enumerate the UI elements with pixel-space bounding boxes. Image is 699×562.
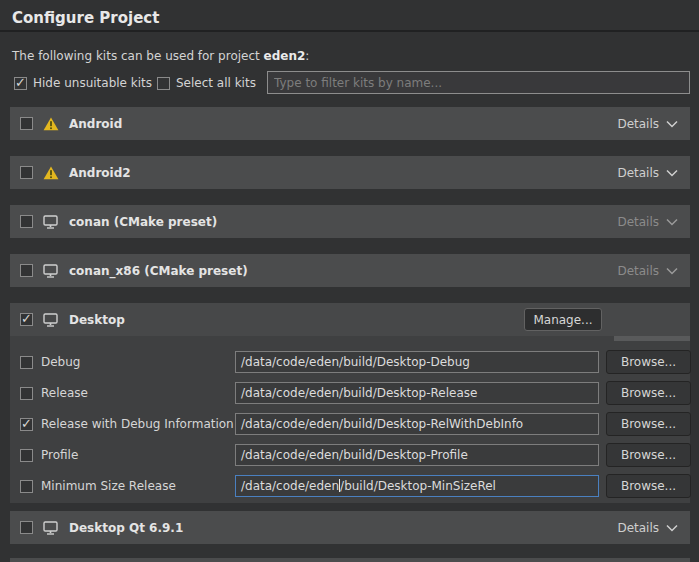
- project-name: eden2: [264, 49, 306, 63]
- build-config-row-profile: Profile /data/code/eden/build/Desktop-Pr…: [10, 444, 690, 466]
- select-all-kits-checkbox[interactable]: Select all kits: [157, 76, 256, 90]
- kit-checkbox[interactable]: [20, 215, 33, 228]
- config-checkbox[interactable]: [20, 418, 33, 431]
- desktop-monitor-icon: [43, 215, 59, 229]
- build-dir-input-debug[interactable]: /data/code/eden/build/Desktop-Debug: [235, 351, 599, 373]
- intro-prefix: The following kits can be used for proje…: [12, 49, 264, 63]
- details-label: Details: [617, 521, 659, 535]
- kit-name: Desktop Qt 6.9.1: [69, 521, 183, 535]
- kit-row-conan-x86[interactable]: conan_x86 (CMake preset) Details: [10, 254, 690, 287]
- hide-unsuitable-kits-label: Hide unsuitable kits: [33, 76, 152, 90]
- details-button[interactable]: Details: [617, 215, 690, 229]
- config-checkbox-group[interactable]: Debug: [20, 351, 80, 373]
- build-config-row-relwithdebinfo: Release with Debug Information /data/cod…: [10, 413, 690, 435]
- kit-checkbox[interactable]: [20, 521, 33, 534]
- details-label: Details: [617, 215, 659, 229]
- kit-checkbox[interactable]: [20, 117, 33, 130]
- details-label: Details: [617, 117, 659, 131]
- config-label: Debug: [41, 355, 80, 369]
- filter-bar: Hide unsuitable kits Select all kits: [14, 76, 689, 98]
- kit-row-conan[interactable]: conan (CMake preset) Details: [10, 205, 690, 238]
- details-button[interactable]: Details: [617, 264, 690, 278]
- config-checkbox-group[interactable]: Minimum Size Release: [20, 475, 176, 497]
- path-text: /data/code/eden/build/Desktop-Release: [241, 386, 477, 400]
- details-label: Details: [617, 166, 659, 180]
- browse-button[interactable]: Browse...: [606, 474, 691, 498]
- checkbox-icon[interactable]: [14, 77, 27, 90]
- config-checkbox[interactable]: [20, 356, 33, 369]
- config-label: Release: [41, 386, 88, 400]
- config-checkbox[interactable]: [20, 449, 33, 462]
- manage-kits-button[interactable]: Manage...: [524, 308, 602, 331]
- kit-filter-input[interactable]: [267, 71, 690, 94]
- chevron-down-icon: [666, 218, 678, 226]
- browse-button[interactable]: Browse...: [606, 443, 691, 467]
- config-checkbox[interactable]: [20, 387, 33, 400]
- intro-text: The following kits can be used for proje…: [12, 49, 309, 63]
- kit-checkbox[interactable]: [20, 166, 33, 179]
- warning-icon: [43, 117, 59, 131]
- configure-project-page: Configure Project The following kits can…: [0, 0, 699, 562]
- config-checkbox-group[interactable]: Release: [20, 382, 88, 404]
- kit-name: Android: [69, 117, 122, 131]
- config-checkbox[interactable]: [20, 480, 33, 493]
- build-dir-input-profile[interactable]: /data/code/eden/build/Desktop-Profile: [235, 444, 599, 466]
- path-text: /data/code/eden/build/Desktop-Profile: [241, 448, 468, 462]
- config-label: Minimum Size Release: [41, 479, 176, 493]
- checkbox-icon[interactable]: [157, 77, 170, 90]
- chevron-down-icon: [666, 524, 678, 532]
- desktop-monitor-icon: [43, 521, 59, 535]
- kit-name: conan_x86 (CMake preset): [69, 264, 248, 278]
- chevron-down-icon: [666, 169, 678, 177]
- path-text-before-caret: /data/code/eden: [241, 479, 339, 493]
- hide-unsuitable-kits-checkbox[interactable]: Hide unsuitable kits: [14, 76, 152, 90]
- details-label: Details: [617, 264, 659, 278]
- kit-row-android2[interactable]: Android2 Details: [10, 156, 690, 189]
- build-dir-input-relwithdebinfo[interactable]: /data/code/eden/build/Desktop-RelWithDeb…: [235, 413, 599, 435]
- build-dir-input-release[interactable]: /data/code/eden/build/Desktop-Release: [235, 382, 599, 404]
- kit-row-desktop-qt[interactable]: Desktop Qt 6.9.1 Details: [10, 511, 690, 544]
- details-button[interactable]: Details: [617, 521, 690, 535]
- kit-name: Android2: [69, 166, 131, 180]
- warning-icon: [43, 166, 59, 180]
- path-text-after-caret: /build/Desktop-MinSizeRel: [340, 479, 496, 493]
- build-config-row-release: Release /data/code/eden/build/Desktop-Re…: [10, 382, 690, 404]
- page-title: Configure Project: [12, 9, 159, 27]
- kit-section-desktop: Details Desktop Manage... Debug /data/co…: [10, 303, 690, 503]
- browse-button[interactable]: Browse...: [606, 350, 691, 374]
- kit-name: conan (CMake preset): [69, 215, 217, 229]
- config-label: Release with Debug Information: [41, 417, 234, 431]
- chevron-down-icon: [666, 267, 678, 275]
- chevron-down-icon: [666, 120, 678, 128]
- build-dir-input-minsizerel[interactable]: /data/code/eden/build/Desktop-MinSizeRel: [235, 475, 599, 497]
- details-button[interactable]: Details: [617, 117, 690, 131]
- browse-button[interactable]: Browse...: [606, 412, 691, 436]
- path-text: /data/code/eden/build/Desktop-Debug: [241, 355, 470, 369]
- desktop-monitor-icon: [43, 313, 59, 327]
- kit-row-android[interactable]: Android Details: [10, 107, 690, 140]
- select-all-kits-label: Select all kits: [176, 76, 256, 90]
- browse-button[interactable]: Browse...: [606, 381, 691, 405]
- config-checkbox-group[interactable]: Profile: [20, 444, 78, 466]
- build-config-row-debug: Debug /data/code/eden/build/Desktop-Debu…: [10, 351, 690, 373]
- kit-checkbox[interactable]: [20, 264, 33, 277]
- title-separator: [0, 30, 699, 32]
- build-config-row-minsizerel: Minimum Size Release /data/code/eden/bui…: [10, 475, 690, 497]
- kit-checkbox[interactable]: [20, 313, 33, 326]
- path-text: /data/code/eden/build/Desktop-RelWithDeb…: [241, 417, 523, 431]
- kit-row-partial[interactable]: [10, 558, 690, 562]
- desktop-monitor-icon: [43, 264, 59, 278]
- details-button[interactable]: Details: [617, 166, 690, 180]
- config-label: Profile: [41, 448, 78, 462]
- config-checkbox-group[interactable]: Release with Debug Information: [20, 413, 234, 435]
- intro-suffix: :: [305, 49, 309, 63]
- kit-name: Desktop: [69, 313, 125, 327]
